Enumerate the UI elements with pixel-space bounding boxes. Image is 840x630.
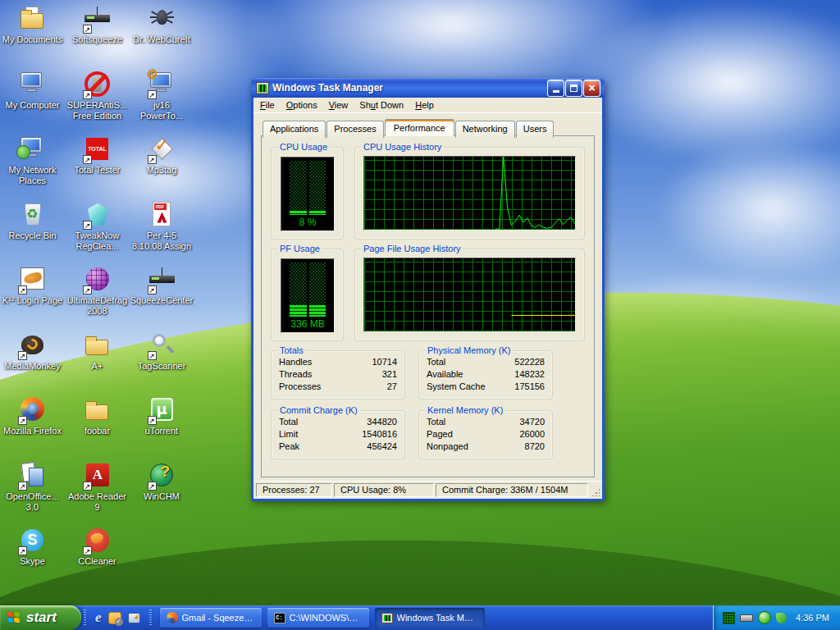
cpu-usage-value: 8 % [281, 217, 334, 231]
desktop-icon-squeezecenter[interactable]: ↗SqueezeCenter [130, 262, 194, 328]
desktop-icon-a-plus[interactable]: A+ [65, 328, 130, 394]
physical-memory-group: Physical Memory (K) Total522228 Availabl… [418, 350, 553, 399]
desktop-icon-ultimatedefrag-2008[interactable]: ↗UltimateDefrag 2008 [65, 262, 130, 328]
desktop-icon-tagscanner[interactable]: ↗TagScanner [130, 328, 194, 394]
start-button-label: start [26, 609, 57, 626]
stat-value: 148232 [514, 368, 545, 381]
stat-label: Paged [427, 428, 453, 441]
desktop-icon-my-computer[interactable]: My Computer [0, 67, 65, 133]
desktop-icon-grid: My Documents↗SoftsqueezeDr. WebCureItMy … [0, 2, 194, 589]
openoffice-3-0-icon: ↗ [18, 461, 47, 490]
menu-file[interactable]: File [254, 98, 281, 112]
pf-usage-group-title: PF Usage [277, 244, 322, 253]
taskbar-clock[interactable]: 4:36 PM [796, 613, 829, 623]
desktop-icon-label: Adobe Reader 9 [68, 491, 126, 513]
taskbar-separator [84, 609, 86, 626]
mozilla-firefox-icon: ↗ [18, 395, 47, 424]
show-desktop-icon[interactable] [128, 613, 140, 623]
desktop-icon-label: Softsqueeze [72, 34, 122, 45]
stat-value: 1540816 [362, 428, 397, 441]
status-bar: Processes: 27 CPU Usage: 8% Commit Charg… [253, 481, 602, 499]
stat-value: 34720 [519, 416, 545, 428]
task-button-label: Gmail - SqeezeCetnte... [182, 613, 255, 623]
desktop-icon-superantispyware-free-edition[interactable]: ↗SUPERAntiS... Free Edition [65, 67, 130, 133]
tab-performance[interactable]: Performance [385, 119, 454, 136]
desktop-icon-label: UltimateDefrag 2008 [67, 295, 127, 317]
status-commit-charge: Commit Charge: 336M / 1504M [436, 483, 588, 497]
kernel-memory-group-title: Kernel Memory (K) [425, 405, 505, 415]
internet-explorer-icon[interactable]: e [95, 609, 102, 626]
menu-view[interactable]: View [323, 98, 354, 112]
menu-help[interactable]: Help [409, 98, 440, 112]
stat-value: 8720 [525, 441, 545, 453]
audio-device-tray-icon[interactable] [740, 614, 753, 622]
start-button[interactable]: start [0, 605, 81, 630]
desktop-icon-per-4-5-assignment-pdf[interactable]: PDFPer 4-5 8.10.08 Assign [130, 198, 194, 263]
tab-networking[interactable]: Networking [455, 121, 515, 138]
desktop-icon-adobe-reader-9[interactable]: A↗Adobe Reader 9 [65, 459, 130, 524]
desktop-icon-foobar[interactable]: foobar [65, 393, 130, 459]
pf-usage-value: 336 MB [281, 318, 334, 332]
cpu-history-group: CPU Usage History [354, 147, 585, 240]
stat-value: 522228 [514, 356, 545, 368]
desktop-icon-dr-webcureit[interactable]: Dr. WebCureIt [130, 2, 194, 67]
task-button-gmail[interactable]: Gmail - SqeezeCetnte... [160, 608, 262, 628]
menu-options[interactable]: Options [281, 98, 323, 112]
shortcut-arrow-icon: ↗ [83, 155, 92, 164]
desktop-icon-softsqueeze[interactable]: ↗Softsqueeze [65, 2, 130, 67]
desktop-icon-utorrent[interactable]: µ↗uTorrent [130, 393, 194, 459]
task-button-task-manager[interactable]: Windows Task Manager [375, 608, 485, 628]
minimize-button[interactable] [547, 80, 564, 97]
updater-tray-icon[interactable] [776, 613, 787, 623]
shortcut-arrow-icon: ↗ [148, 416, 157, 425]
desktop-icon-my-network-places[interactable]: My Network Places [0, 132, 65, 198]
stat-value: 10714 [372, 356, 397, 368]
desktop-icon-label: Recycle Bin [8, 231, 56, 241]
mail-notifier-icon[interactable] [108, 612, 121, 624]
shortcut-arrow-icon: ↗ [18, 351, 27, 360]
stat-label: Total [427, 356, 445, 368]
my-computer-icon [18, 70, 47, 98]
desktop-icon-total-tester[interactable]: TOTAL↗Total Tester [65, 132, 130, 198]
task-manager-icon [381, 613, 393, 623]
menu-shut-down[interactable]: Shut Down [354, 98, 409, 112]
maximize-button[interactable] [565, 80, 582, 97]
desktop-icon-winchm[interactable]: ?↗WinCHM [130, 459, 194, 524]
totals-group-title: Totals [277, 345, 306, 355]
desktop-icon-tweaknow-regcleaner[interactable]: ↗TweakNow RegClea... [65, 198, 130, 263]
desktop-icon-skype[interactable]: S↗Skype [0, 523, 65, 589]
desktop-icon-ccleaner[interactable]: ↗CCleaner [65, 523, 130, 589]
cpu-usage-group-title: CPU Usage [277, 142, 330, 152]
stat-label: Total [427, 416, 445, 428]
desktop-icon-openoffice-3-0[interactable]: ↗OpenOffice... 3.0 [0, 459, 65, 524]
desktop-icon-k12-login-page[interactable]: ↗K¹² Login Page [0, 262, 65, 328]
desktop-icon-label: TagScanner [138, 361, 186, 372]
desktop-icon-recycle-bin[interactable]: ♻Recycle Bin [0, 198, 65, 263]
desktop-icon-mp3tag[interactable]: ✓↗Mp3tag [130, 132, 194, 198]
cpu-meter-tray-icon[interactable] [723, 612, 735, 624]
tab-users[interactable]: Users [516, 121, 555, 138]
desktop-icon-mediamonkey[interactable]: ↗MediaMonkey [0, 328, 65, 394]
adobe-reader-9-icon: A↗ [83, 461, 112, 490]
squeezecenter-tray-icon[interactable] [758, 611, 771, 624]
mediamonkey-icon: ↗ [18, 331, 47, 359]
tab-processes[interactable]: Processes [326, 121, 383, 138]
desktop-icon-label: OpenOffice... 3.0 [6, 491, 59, 513]
stat-label: Available [427, 368, 463, 381]
status-processes: Processes: 27 [256, 483, 332, 497]
desktop-icon-mozilla-firefox[interactable]: ↗Mozilla Firefox [0, 393, 65, 459]
desktop-icon-my-documents[interactable]: My Documents [0, 2, 65, 67]
desktop-icon-label: Total Tester [74, 165, 120, 176]
title-bar[interactable]: Windows Task Manager × [251, 78, 605, 98]
resize-grip[interactable] [590, 483, 600, 497]
desktop-icon-label: K¹² Login Page [2, 295, 62, 306]
pf-usage-gauge: 336 MB [281, 258, 335, 333]
task-button-cmd[interactable]: C: C:\WINDOWS\syste... [267, 608, 369, 628]
performance-tab-page: CPU Usage 8 % CPU Usage History [261, 135, 595, 477]
tab-applications[interactable]: Applications [262, 121, 326, 138]
desktop-icon-jv16-powertools[interactable]: ⚙↗jv16 PowerTo... [130, 67, 194, 133]
close-button[interactable]: × [583, 80, 600, 97]
shortcut-arrow-icon: ↗ [18, 285, 27, 294]
desktop-icon-label: CCleaner [78, 556, 116, 567]
stat-label: Nonpaged [427, 441, 468, 453]
